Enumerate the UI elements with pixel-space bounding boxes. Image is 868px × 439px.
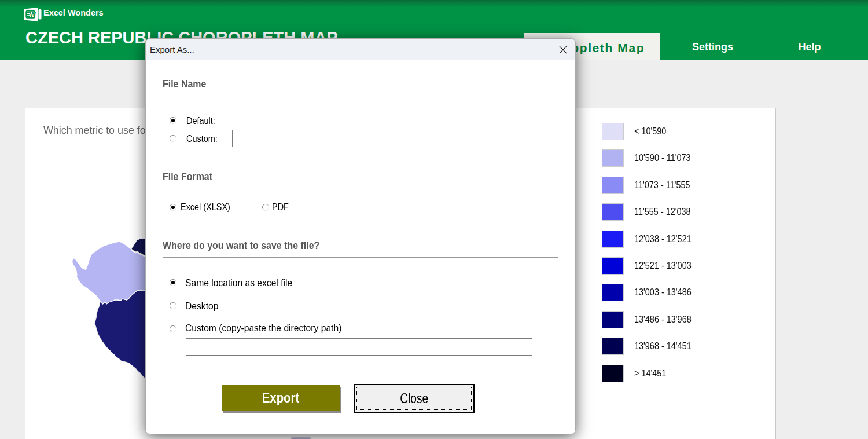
svg-text:EW: EW — [25, 11, 36, 18]
